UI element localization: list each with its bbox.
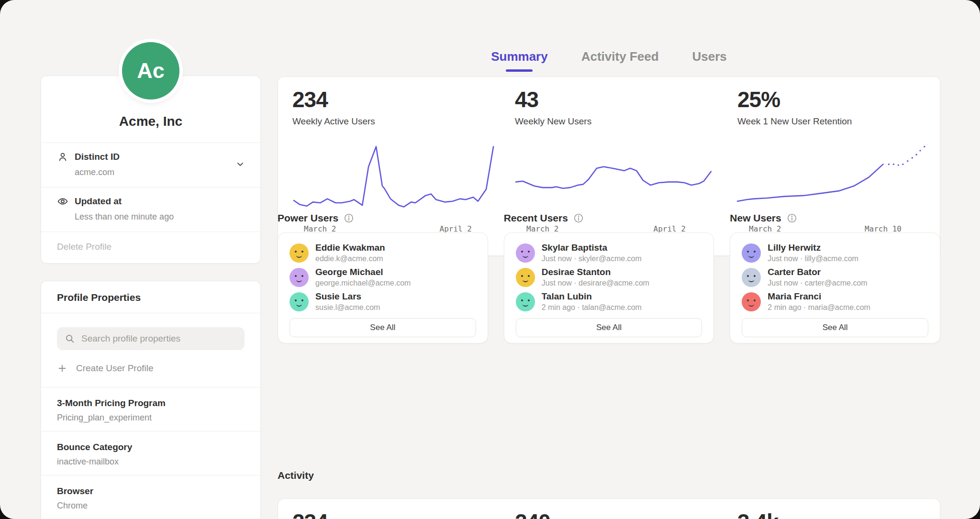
stat-value: 43 [515,88,737,110]
user-subtitle: susie.l@acme.com [315,303,380,312]
property-row[interactable]: Bounce Category inactive-mailbox [41,431,260,475]
list-item[interactable]: Carter Bator Just now · carter@acme.com [742,265,928,289]
power-users-card: Eddie Kwakman eddie.k@acme.com George Mi… [278,232,488,343]
list-item[interactable]: Eddie Kwakman eddie.k@acme.com [290,241,476,265]
user-avatar [742,243,761,263]
user-subtitle: Just now · desirare@acme.com [542,279,649,287]
activity-title: Activity [278,470,940,481]
user-subtitle: eddie.k@acme.com [315,254,385,263]
tab-activity-feed[interactable]: Activity Feed [581,49,659,72]
see-all-button[interactable]: See All [516,318,702,337]
distinct-id-row[interactable]: Distinct ID acme.com [41,143,260,187]
see-all-button[interactable]: See All [742,318,928,337]
user-name: Susie Lars [315,291,380,302]
stat-label: Weekly New Users [515,116,737,127]
property-value: inactive-mailbox [57,457,246,467]
user-subtitle: Just now · carter@acme.com [768,279,867,287]
delete-profile-button[interactable]: Delete Profile [41,232,260,263]
profile-properties-card: Profile Properties Create User Profile 3… [41,281,261,519]
list-item[interactable]: Lilly Herwitz Just now · lilly@acme.com [742,241,928,265]
see-all-button[interactable]: See All [290,318,476,337]
tab-users[interactable]: Users [692,49,727,72]
info-icon[interactable] [344,213,354,223]
company-avatar-initials: Ac [137,58,165,83]
info-icon[interactable] [573,213,584,223]
list-item[interactable]: Susie Lars susie.l@acme.com [290,289,476,314]
updated-at-row[interactable]: Updated at Less than one minute ago [41,187,260,232]
create-user-profile-button[interactable]: Create User Profile [57,363,245,374]
property-row[interactable]: Browser Chrome [41,475,260,519]
user-subtitle: 2 min ago · talan@acme.com [542,303,642,312]
property-label: Bounce Category [57,442,246,453]
tab-summary[interactable]: Summary [491,49,548,72]
recent-users-section: Recent Users Skylar Baptista Just now · … [504,212,714,343]
person-icon [57,151,68,163]
activity-stats-card: 234 240 3.4k [278,498,940,519]
user-avatar [742,268,761,287]
list-item[interactable]: Skylar Baptista Just now · skyler@acme.c… [516,241,702,265]
power-users-section: Power Users Eddie Kwakman eddie.k@acme.c… [278,212,488,343]
search-box[interactable] [57,327,245,350]
user-sections: Power Users Eddie Kwakman eddie.k@acme.c… [278,212,940,343]
user-name: Skylar Baptista [542,243,642,253]
user-avatar [742,292,761,311]
user-name: George Michael [315,267,411,277]
list-item[interactable]: Maria Franci 2 min ago · maria@acme.com [742,289,928,314]
chevron-down-icon[interactable] [234,158,246,172]
new-users-section: New Users Lilly Herwitz Just now · lilly… [730,212,940,343]
user-subtitle: george.michael@acme.com [315,279,411,287]
section-title: Recent Users [504,212,568,224]
property-value: Chrome [57,501,246,511]
info-icon[interactable] [787,213,797,223]
user-name: Eddie Kwakman [315,243,385,253]
weekly-active-users-chart [292,140,498,221]
search-icon [65,333,75,344]
updated-at-value: Less than one minute ago [75,212,246,222]
company-profile-card: Acme, Inc Distinct ID acme.com [41,76,261,264]
distinct-id-label: Distinct ID [75,152,120,162]
week1-retention-chart [737,140,928,221]
create-user-profile-label: Create User Profile [76,363,154,374]
new-users-card: Lilly Herwitz Just now · lilly@acme.com … [730,232,940,343]
user-name: Desirae Stanton [542,267,649,277]
user-name: Talan Lubin [542,291,642,302]
user-name: Lilly Herwitz [768,243,858,253]
main-content: Summary Activity Feed Users 234 Weekly A… [278,0,940,519]
stat-value: 234 [292,88,515,110]
browser-frame: Ac Acme, Inc Distinct ID acme.com [0,0,980,519]
property-label: 3-Month Pricing Program [57,398,246,409]
property-label: Browser [57,486,246,497]
list-item[interactable]: Talan Lubin 2 min ago · talan@acme.com [516,289,702,314]
user-subtitle: Just now · lilly@acme.com [768,254,858,263]
property-row[interactable]: 3-Month Pricing Program Pricing_plan_exp… [41,387,260,431]
activity-section: Activity 234 240 3.4k [278,470,940,519]
distinct-id-value: acme.com [75,167,246,177]
search-wrap [41,313,260,350]
activity-stat-value: 234 [292,511,515,519]
eye-icon [57,196,68,207]
section-title: New Users [730,212,781,224]
user-avatar [516,268,535,287]
recent-users-card: Skylar Baptista Just now · skyler@acme.c… [504,232,714,343]
user-name: Carter Bator [768,267,867,277]
property-value: Pricing_plan_experiment [57,413,246,423]
search-input[interactable] [81,333,237,344]
active-tab-underline [506,69,533,72]
plus-icon [57,363,67,374]
stat-label: Weekly Active Users [292,116,515,127]
user-avatar [516,292,535,311]
list-item[interactable]: George Michael george.michael@acme.com [290,265,476,289]
company-avatar: Ac [122,42,179,99]
activity-stat-value: 240 [515,511,737,519]
tab-bar: Summary Activity Feed Users [278,49,940,72]
user-avatar [290,292,309,311]
user-name: Maria Franci [768,291,870,302]
user-avatar [290,268,309,287]
sidebar: Ac Acme, Inc Distinct ID acme.com [41,0,261,519]
profile-properties-title: Profile Properties [41,281,260,313]
user-subtitle: Just now · skyler@acme.com [542,254,642,263]
list-item[interactable]: Desirae Stanton Just now · desirare@acme… [516,265,702,289]
app-screen: Ac Acme, Inc Distinct ID acme.com [0,0,980,519]
user-avatar [516,243,535,263]
stat-value: 25% [737,88,930,110]
